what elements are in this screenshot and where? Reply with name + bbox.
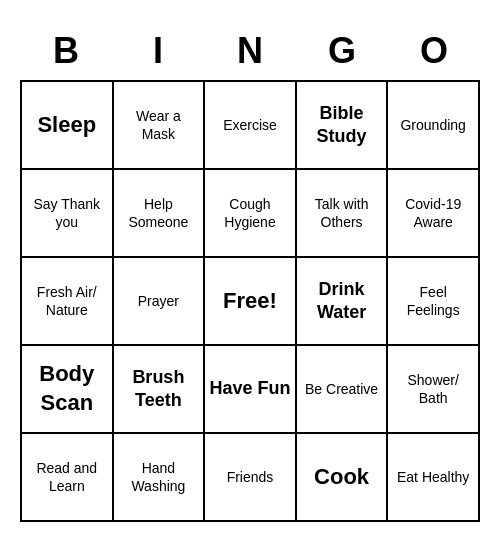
- bingo-cell[interactable]: Have Fun: [205, 346, 297, 434]
- header-i: I: [112, 22, 204, 80]
- header-g: G: [296, 22, 388, 80]
- bingo-cell[interactable]: Read and Learn: [22, 434, 114, 522]
- bingo-cell[interactable]: Feel Feelings: [388, 258, 480, 346]
- bingo-cell[interactable]: Exercise: [205, 82, 297, 170]
- bingo-cell[interactable]: Help Someone: [114, 170, 206, 258]
- header-o: O: [388, 22, 480, 80]
- bingo-cell[interactable]: Cook: [297, 434, 389, 522]
- bingo-cell[interactable]: Grounding: [388, 82, 480, 170]
- bingo-cell[interactable]: Body Scan: [22, 346, 114, 434]
- bingo-cell[interactable]: Cough Hygiene: [205, 170, 297, 258]
- bingo-cell[interactable]: Covid-19 Aware: [388, 170, 480, 258]
- bingo-card: B I N G O SleepWear a MaskExerciseBible …: [10, 12, 490, 532]
- bingo-cell[interactable]: Brush Teeth: [114, 346, 206, 434]
- bingo-header: B I N G O: [20, 22, 480, 80]
- bingo-cell[interactable]: Prayer: [114, 258, 206, 346]
- bingo-cell[interactable]: Sleep: [22, 82, 114, 170]
- bingo-cell[interactable]: Eat Healthy: [388, 434, 480, 522]
- bingo-cell[interactable]: Wear a Mask: [114, 82, 206, 170]
- bingo-cell[interactable]: Free!: [205, 258, 297, 346]
- header-b: B: [20, 22, 112, 80]
- bingo-cell[interactable]: Hand Washing: [114, 434, 206, 522]
- bingo-cell[interactable]: Talk with Others: [297, 170, 389, 258]
- bingo-grid: SleepWear a MaskExerciseBible StudyGroun…: [20, 80, 480, 522]
- bingo-cell[interactable]: Bible Study: [297, 82, 389, 170]
- bingo-cell[interactable]: Drink Water: [297, 258, 389, 346]
- header-n: N: [204, 22, 296, 80]
- bingo-cell[interactable]: Friends: [205, 434, 297, 522]
- bingo-cell[interactable]: Fresh Air/ Nature: [22, 258, 114, 346]
- bingo-cell[interactable]: Be Creative: [297, 346, 389, 434]
- bingo-cell[interactable]: Shower/ Bath: [388, 346, 480, 434]
- bingo-cell[interactable]: Say Thank you: [22, 170, 114, 258]
